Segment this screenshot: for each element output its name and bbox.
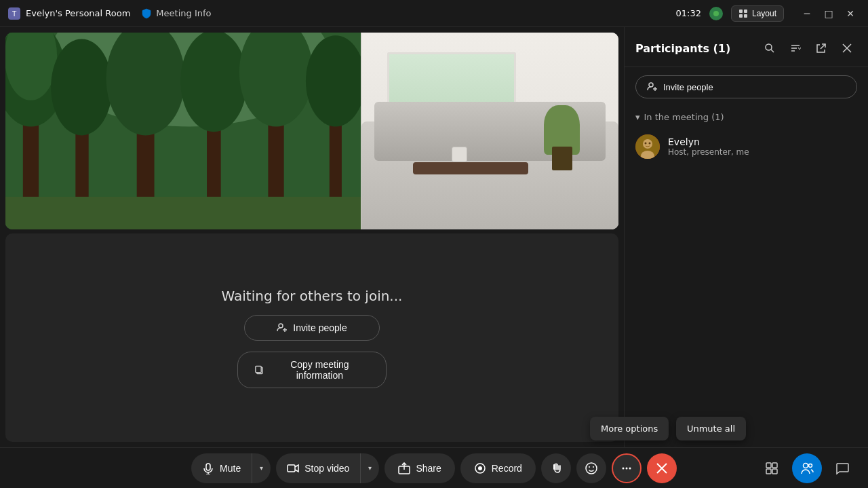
copy-btn-label: Copy meeting information [270,359,370,381]
participants-panel: Participants (1) [624,27,868,447]
svg-line-33 [821,44,825,49]
more-options-tooltip-text: More options [601,424,658,434]
stop-video-label: Stop video [304,463,349,474]
record-icon [474,462,486,474]
video-top [5,33,618,229]
toolbar: Mute ▾ Stop video ▾ Share [0,447,868,488]
svg-rect-51 [553,464,555,470]
share-icon [398,462,410,474]
chat-button[interactable] [827,453,857,483]
participant-name: Evelyn [668,136,749,147]
stop-video-arrow[interactable]: ▾ [360,453,379,483]
meeting-info-tab[interactable]: Meeting Info [141,8,211,19]
chat-icon [835,462,849,475]
svg-point-21 [306,35,366,126]
copy-icon [254,364,264,375]
svg-rect-5 [739,14,743,18]
svg-point-17 [180,33,247,132]
participants-icon [800,462,814,475]
panel-invite-icon [647,81,658,92]
share-btn-main[interactable]: Share [384,453,454,483]
main-content: Waiting for others to join... Invite peo… [0,27,868,447]
svg-point-55 [622,467,624,469]
in-meeting-header[interactable]: ▾ In the meeting (1) [635,112,857,122]
svg-point-53 [589,466,590,468]
layout-icon [738,9,748,18]
svg-point-52 [586,463,597,474]
panel-invite-label: Invite people [663,82,713,92]
hand-icon [549,462,563,475]
mute-button[interactable]: Mute ▾ [191,453,271,483]
waiting-area: Waiting for others to join... Invite peo… [5,233,618,442]
avatar-svg [635,134,660,159]
svg-point-50 [478,466,482,470]
sort-button[interactable] [785,38,806,58]
app-title-text: Evelyn's Personal Room [26,8,130,18]
mute-btn-main[interactable]: Mute [191,453,252,483]
title-bar: T Evelyn's Personal Room Meeting Info 01… [0,0,868,27]
popout-icon [816,43,827,54]
close-panel-button[interactable] [837,38,857,58]
title-bar-left: T Evelyn's Personal Room Meeting Info [8,7,665,20]
stop-video-button[interactable]: Stop video ▾ [276,453,379,483]
panel-actions [760,38,857,58]
svg-point-65 [809,464,812,467]
time-display: 01:32 [676,8,701,18]
maximize-button[interactable]: □ [819,4,838,23]
more-options-button[interactable] [612,453,642,483]
panel-title: Participants (1) [635,42,730,55]
svg-point-54 [593,466,594,468]
svg-rect-22 [5,197,373,229]
title-bar-right: 01:32 Layout ─ □ ✕ [676,4,861,23]
end-call-icon [655,462,669,475]
recording-indicator [709,7,723,20]
participant-role: Host, presenter, me [668,147,749,157]
close-button[interactable]: ✕ [841,4,860,23]
popout-button[interactable] [811,38,831,58]
layout-button[interactable]: Layout [731,5,784,22]
svg-rect-62 [766,469,771,474]
chevron-icon: ▾ [635,112,640,122]
search-button[interactable] [760,38,780,58]
avatar-image [635,134,660,159]
invite-people-button[interactable]: Invite people [244,315,380,341]
svg-point-56 [625,467,627,469]
share-button[interactable]: Share [384,453,454,483]
end-call-button[interactable] [647,453,677,483]
invite-icon [277,322,288,333]
more-options-icon [620,462,633,474]
svg-point-43 [649,143,651,145]
video-area: Waiting for others to join... Invite peo… [0,27,624,447]
mute-arrow[interactable]: ▾ [252,453,271,483]
svg-rect-44 [206,464,210,470]
grid-view-button[interactable] [757,453,787,483]
stop-video-btn-main[interactable]: Stop video [276,453,360,483]
unmute-all-tooltip-text: Unmute all [687,424,735,434]
emoji-button[interactable] [576,453,606,483]
window-controls: ─ □ ✕ [797,4,860,23]
toolbar-right [757,453,857,483]
svg-rect-61 [772,463,777,468]
svg-rect-47 [288,465,295,472]
svg-line-29 [771,50,774,52]
more-options-tooltip: More options [590,417,669,440]
copy-meeting-info-button[interactable]: Copy meeting information [237,352,387,388]
video-background [5,33,618,229]
search-icon [764,43,775,54]
panel-invite-button[interactable]: Invite people [635,75,857,98]
meeting-info-label: Meeting Info [156,8,211,18]
participant-info: Evelyn Host, presenter, me [668,136,749,157]
record-btn-main[interactable]: Record [460,453,536,483]
participants-panel-button[interactable] [792,453,822,483]
minimize-button[interactable]: ─ [797,4,816,23]
shield-icon [141,8,152,19]
share-label: Share [416,463,441,474]
forest-scene [5,33,373,229]
avatar [635,134,660,159]
record-button[interactable]: Record [460,453,536,483]
close-icon [842,43,852,53]
layout-label: Layout [752,9,776,18]
svg-point-42 [645,143,647,145]
participant-item: Evelyn Host, presenter, me [635,130,857,163]
raise-hand-button[interactable] [541,453,571,483]
